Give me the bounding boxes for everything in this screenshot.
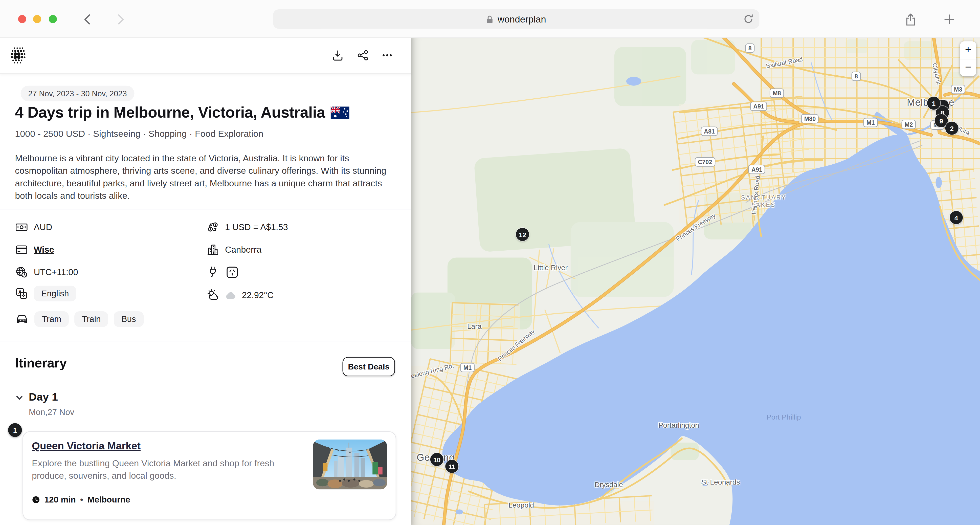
- globe-clock-icon: [15, 265, 28, 278]
- back-button[interactable]: [81, 13, 94, 25]
- route-shield-a91: A91: [748, 165, 765, 174]
- power-socket-icon: [225, 265, 239, 279]
- itinerary-heading: Itinerary: [15, 356, 67, 371]
- translate-icon: A: [15, 286, 28, 300]
- currency-exchange-icon: [206, 220, 220, 234]
- day-1-toggle[interactable]: Day 1: [15, 391, 58, 404]
- new-tab-icon[interactable]: [943, 13, 956, 26]
- transport-tags: TramTrainBus: [34, 311, 143, 327]
- cloud-icon: [226, 291, 236, 299]
- browser-toolbar: wonderplan: [0, 0, 980, 38]
- map-label-little-river: Little River: [534, 264, 568, 271]
- chevron-down-icon[interactable]: [15, 393, 24, 402]
- map-label-leopold: Leopold: [509, 501, 534, 509]
- activity-description: Explore the bustling Queen Victoria Mark…: [32, 457, 306, 482]
- language-tag: English: [33, 285, 76, 301]
- transport-tag-bus: Bus: [114, 311, 143, 327]
- australia-flag-icon: [331, 106, 349, 119]
- map-zoom-control: + −: [960, 41, 976, 76]
- trip-panel: 27 Nov, 2023 - 30 Nov, 2023 4 Days trip …: [0, 37, 411, 525]
- route-shield-8: 8: [851, 72, 861, 81]
- route-shield-m3: M3: [951, 85, 965, 94]
- close-window-button[interactable]: [18, 15, 26, 23]
- address-bar[interactable]: wonderplan: [273, 10, 759, 29]
- zoom-in-button[interactable]: +: [960, 41, 976, 59]
- transport-tag-tram: Tram: [34, 311, 69, 327]
- transport-tag-train: Train: [74, 311, 108, 327]
- route-shield-a91: A91: [750, 102, 767, 111]
- map-marker-12[interactable]: 12: [516, 228, 529, 241]
- separator-dot: •: [80, 495, 83, 504]
- more-options-icon[interactable]: [379, 48, 394, 62]
- banknote-icon: [15, 220, 28, 234]
- fullscreen-window-button[interactable]: [49, 15, 57, 23]
- map-marker-11[interactable]: 11: [445, 460, 458, 473]
- exchange-rate-row: 1 USD = A$1.53: [206, 218, 288, 236]
- route-shield-m2: M2: [901, 119, 916, 129]
- payment-row: Wise: [15, 241, 54, 258]
- map-base-art: [411, 37, 980, 525]
- lock-icon: [487, 15, 493, 24]
- route-shield-m1: M1: [460, 363, 474, 372]
- divider: [0, 209, 411, 209]
- route-shield-m8: M8: [770, 89, 784, 98]
- city-buildings-icon: [206, 243, 220, 256]
- power-plug-icon: [206, 265, 220, 278]
- route-shield-c702: C702: [695, 157, 715, 167]
- map-label-lara: Lara: [467, 323, 482, 330]
- download-icon[interactable]: [330, 48, 345, 62]
- map-label-sanctuary-lakes: SANCTUARY LAKES: [741, 194, 787, 208]
- timezone-row: UTC+11:00: [15, 263, 78, 281]
- map-label-portarlington: Portarlington: [659, 421, 699, 429]
- map-label-drysdale: Drysdale: [595, 481, 623, 488]
- activity-footer: 120 min • Melbourne: [32, 495, 130, 504]
- route-shield-m80: M80: [801, 114, 819, 123]
- panel-header: [0, 37, 411, 73]
- transport-row: TramTrainBus: [15, 310, 143, 328]
- activity-card[interactable]: Queen Victoria Market Explore the bustli…: [22, 431, 396, 520]
- map-marker-2[interactable]: 2: [945, 122, 959, 135]
- weather-row: 22.92°C: [206, 286, 274, 304]
- minimize-window-button[interactable]: [33, 15, 41, 23]
- date-range-badge: 27 Nov, 2023 - 30 Nov, 2023: [21, 86, 135, 102]
- day-label: Day 1: [29, 391, 58, 404]
- activity-photo: [313, 439, 387, 490]
- activity-title-link[interactable]: Queen Victoria Market: [32, 440, 141, 452]
- map-marker-10[interactable]: 10: [430, 453, 444, 466]
- route-shield-m1: M1: [864, 118, 878, 127]
- trip-meta: 1000 - 2500 USD · Sightseeing · Shopping…: [15, 129, 263, 139]
- map-label-port-phillip: Port Phillip: [767, 413, 801, 421]
- share-trip-icon[interactable]: [355, 48, 370, 62]
- car-icon: [15, 312, 29, 326]
- clock-icon: [32, 496, 40, 504]
- zoom-out-button[interactable]: −: [960, 59, 976, 76]
- currency-row: AUD: [15, 218, 52, 236]
- activity-location: Melbourne: [88, 495, 130, 504]
- map-marker-1[interactable]: 1: [927, 97, 940, 110]
- forward-button[interactable]: [114, 13, 127, 25]
- map-marker-4[interactable]: 4: [950, 211, 963, 224]
- route-shield-8: 8: [745, 43, 755, 53]
- page-title: 4 Days trip in Melbourne, Victoria, Aust…: [15, 104, 349, 121]
- best-deals-button[interactable]: Best Deals: [343, 357, 395, 376]
- activity-1-marker: 1: [8, 423, 22, 437]
- divider: [0, 340, 411, 341]
- power-plug-row: [206, 263, 239, 281]
- language-row: A English: [15, 285, 76, 302]
- capital-row: Canberra: [206, 241, 261, 258]
- trip-description: Melbourne is a vibrant city located in t…: [15, 152, 398, 202]
- wonderplan-logo-icon[interactable]: [9, 46, 27, 64]
- map[interactable]: 88M3M8A91M80M1M2A81C702A91M1M1 Melbourne…: [411, 37, 980, 525]
- credit-card-icon: [15, 243, 28, 256]
- share-page-icon[interactable]: [904, 13, 917, 26]
- day-date: Mon,27 Nov: [29, 408, 74, 417]
- browser-window: wonderplan: [0, 0, 980, 525]
- url-text: wonderplan: [498, 14, 546, 24]
- route-shield-a81: A81: [701, 127, 718, 136]
- wise-link[interactable]: Wise: [33, 245, 54, 255]
- reload-icon[interactable]: [743, 14, 754, 24]
- activity-duration: 120 min: [45, 495, 76, 504]
- sun-cloud-icon: [206, 288, 220, 302]
- map-label-st-leonards: St Leonards: [701, 478, 740, 486]
